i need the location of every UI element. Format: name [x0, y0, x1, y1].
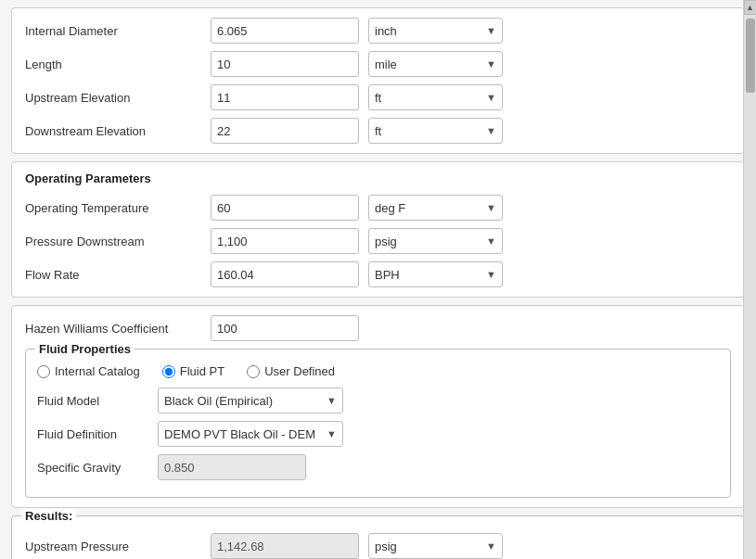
internal-diameter-unit-wrapper: inch mm cm ▼ — [368, 18, 503, 44]
main-container: Internal Diameter inch mm cm ▼ Length — [0, 0, 756, 559]
fluid-properties-legend: Fluid Properties — [35, 342, 135, 356]
flow-rate-unit-wrapper: BPH BPD m3/h gpm ▼ — [368, 261, 503, 287]
internal-diameter-label: Internal Diameter — [25, 24, 211, 38]
flow-rate-unit-select[interactable]: BPH BPD m3/h gpm — [368, 261, 503, 287]
radio-internal-catalog-input[interactable] — [37, 365, 50, 378]
length-unit-wrapper: mile ft km m ▼ — [368, 51, 503, 77]
results-legend: Results: — [21, 509, 76, 523]
length-input[interactable] — [211, 51, 359, 77]
specific-gravity-label: Specific Gravity — [37, 461, 158, 475]
top-fields-section: Internal Diameter inch mm cm ▼ Length — [11, 7, 745, 154]
hwc-label: Hazen Williams Coefficient — [25, 322, 211, 336]
fluid-definition-select-wrapper: DEMO PVT Black Oil - DEM ▼ — [158, 421, 343, 447]
flow-rate-label: Flow Rate — [25, 268, 211, 282]
operating-params-header: Operating Parameters — [25, 172, 731, 185]
radio-fluid-pt-input[interactable] — [162, 365, 175, 378]
fluid-model-select-wrapper: Black Oil (Empirical) Black Oil (Correla… — [158, 387, 343, 413]
internal-diameter-input[interactable] — [211, 18, 359, 44]
radio-fluid-pt[interactable]: Fluid PT — [162, 364, 224, 378]
upstream-elevation-unit-select[interactable]: ft m — [368, 84, 503, 110]
radio-internal-catalog-label: Internal Catalog — [55, 364, 140, 378]
radio-user-defined-label: User Defined — [264, 364, 335, 378]
operating-temperature-input[interactable] — [211, 195, 359, 221]
downstream-elevation-row: Downstream Elevation ft m ▼ — [25, 118, 731, 144]
upstream-elevation-label: Upstream Elevation — [25, 91, 211, 105]
operating-params-section: Operating Parameters Operating Temperatu… — [11, 161, 745, 298]
fluid-definition-label: Fluid Definition — [37, 427, 158, 441]
specific-gravity-input — [158, 454, 306, 480]
flow-rate-input[interactable] — [211, 261, 359, 287]
upstream-pressure-row: Upstream Pressure psig psia bar kPa ▼ — [25, 533, 731, 559]
scroll-up-arrow[interactable]: ▲ — [744, 0, 757, 15]
upstream-elevation-unit-wrapper: ft m ▼ — [368, 84, 503, 110]
flow-rate-row: Flow Rate BPH BPD m3/h gpm ▼ — [25, 261, 731, 287]
hwc-row: Hazen Williams Coefficient — [25, 315, 731, 341]
fluid-properties-section: Fluid Properties Internal Catalog Fluid … — [25, 349, 731, 498]
upstream-pressure-input — [211, 533, 359, 559]
downstream-elevation-unit-select[interactable]: ft m — [368, 118, 503, 144]
upstream-elevation-row: Upstream Elevation ft m ▼ — [25, 84, 731, 110]
upstream-pressure-unit-select[interactable]: psig psia bar kPa — [368, 533, 503, 559]
operating-temperature-unit-select[interactable]: deg F deg C — [368, 195, 503, 221]
radio-user-defined[interactable]: User Defined — [247, 364, 335, 378]
downstream-elevation-label: Downstream Elevation — [25, 124, 211, 138]
scroll-thumb[interactable] — [746, 19, 755, 93]
pressure-downstream-unit-select[interactable]: psig psia bar kPa — [368, 228, 503, 254]
pressure-downstream-row: Pressure Downstream psig psia bar kPa ▼ — [25, 228, 731, 254]
fluid-definition-select[interactable]: DEMO PVT Black Oil - DEM — [158, 421, 343, 447]
operating-temperature-label: Operating Temperature — [25, 201, 211, 215]
pressure-downstream-label: Pressure Downstream — [25, 235, 211, 248]
length-label: Length — [25, 57, 211, 71]
upstream-elevation-input[interactable] — [211, 84, 359, 110]
scrollbar: ▲ ▼ — [743, 0, 756, 559]
fluid-definition-row: Fluid Definition DEMO PVT Black Oil - DE… — [37, 421, 719, 447]
downstream-elevation-input[interactable] — [211, 118, 359, 144]
length-row: Length mile ft km m ▼ — [25, 51, 731, 77]
fluid-type-radio-group: Internal Catalog Fluid PT User Defined — [37, 364, 719, 378]
downstream-elevation-unit-wrapper: ft m ▼ — [368, 118, 503, 144]
radio-internal-catalog[interactable]: Internal Catalog — [37, 364, 140, 378]
hwc-input[interactable] — [211, 315, 359, 341]
internal-diameter-unit-select[interactable]: inch mm cm — [368, 18, 503, 44]
operating-temperature-unit-wrapper: deg F deg C ▼ — [368, 195, 503, 221]
fluid-model-label: Fluid Model — [37, 394, 158, 408]
internal-diameter-row: Internal Diameter inch mm cm ▼ — [25, 18, 731, 44]
hwc-section: Hazen Williams Coefficient Fluid Propert… — [11, 305, 745, 508]
pressure-downstream-input[interactable] — [211, 228, 359, 254]
results-section: Results: Upstream Pressure psig psia bar… — [11, 515, 745, 559]
fluid-model-row: Fluid Model Black Oil (Empirical) Black … — [37, 387, 719, 413]
upstream-pressure-label: Upstream Pressure — [25, 540, 211, 553]
specific-gravity-row: Specific Gravity — [37, 454, 719, 480]
operating-temperature-row: Operating Temperature deg F deg C ▼ — [25, 195, 731, 221]
pressure-downstream-unit-wrapper: psig psia bar kPa ▼ — [368, 228, 503, 254]
fluid-model-select[interactable]: Black Oil (Empirical) Black Oil (Correla… — [158, 387, 343, 413]
upstream-pressure-unit-wrapper: psig psia bar kPa ▼ — [368, 533, 503, 559]
length-unit-select[interactable]: mile ft km m — [368, 51, 503, 77]
content-area: Internal Diameter inch mm cm ▼ Length — [0, 0, 756, 559]
radio-fluid-pt-label: Fluid PT — [180, 364, 224, 378]
radio-user-defined-input[interactable] — [247, 365, 260, 378]
